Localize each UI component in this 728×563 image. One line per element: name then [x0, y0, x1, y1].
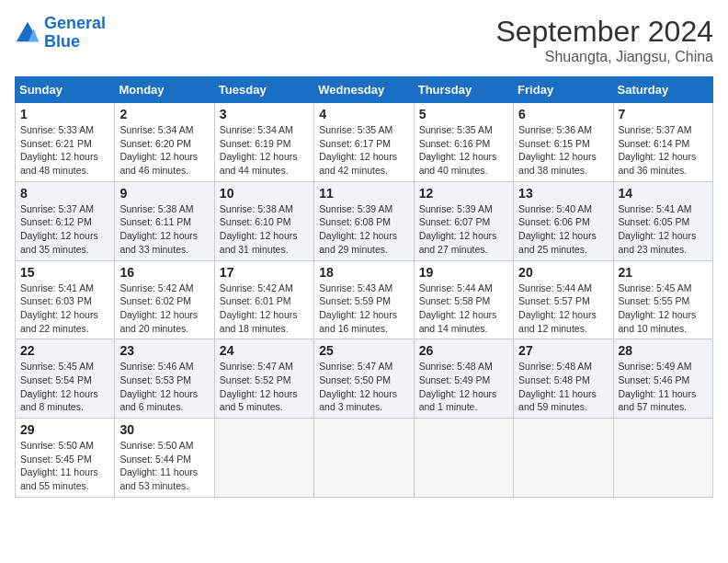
day-cell: 23Sunrise: 5:46 AM Sunset: 5:53 PM Dayli… — [115, 339, 214, 419]
day-info: Sunrise: 5:37 AM Sunset: 6:12 PM Dayligh… — [20, 202, 109, 257]
day-info: Sunrise: 5:34 AM Sunset: 6:19 PM Dayligh… — [220, 123, 309, 178]
day-cell: 15Sunrise: 5:41 AM Sunset: 6:03 PM Dayli… — [16, 260, 115, 339]
header-row: SundayMondayTuesdayWednesdayThursdayFrid… — [16, 77, 713, 103]
col-header-saturday: Saturday — [613, 77, 712, 103]
day-info: Sunrise: 5:47 AM Sunset: 5:50 PM Dayligh… — [319, 360, 408, 414]
day-cell — [314, 419, 414, 498]
day-info: Sunrise: 5:44 AM Sunset: 5:58 PM Dayligh… — [419, 282, 508, 336]
day-info: Sunrise: 5:48 AM Sunset: 5:49 PM Dayligh… — [419, 360, 508, 414]
day-number: 15 — [20, 265, 109, 280]
day-number: 8 — [20, 186, 109, 201]
day-info: Sunrise: 5:47 AM Sunset: 5:52 PM Dayligh… — [220, 360, 309, 414]
calendar-table: SundayMondayTuesdayWednesdayThursdayFrid… — [15, 76, 713, 498]
day-info: Sunrise: 5:35 AM Sunset: 6:16 PM Dayligh… — [419, 123, 508, 178]
day-cell: 22Sunrise: 5:45 AM Sunset: 5:54 PM Dayli… — [16, 339, 115, 419]
col-header-sunday: Sunday — [16, 77, 115, 103]
day-number: 11 — [319, 186, 408, 201]
day-cell: 11Sunrise: 5:39 AM Sunset: 6:08 PM Dayli… — [314, 181, 414, 260]
day-cell: 19Sunrise: 5:44 AM Sunset: 5:58 PM Dayli… — [414, 260, 513, 339]
day-cell: 27Sunrise: 5:48 AM Sunset: 5:48 PM Dayli… — [514, 339, 613, 419]
week-row-2: 15Sunrise: 5:41 AM Sunset: 6:03 PM Dayli… — [16, 260, 713, 339]
day-info: Sunrise: 5:39 AM Sunset: 6:08 PM Dayligh… — [319, 202, 408, 257]
day-number: 2 — [119, 107, 209, 121]
day-cell — [414, 419, 513, 498]
logo-icon — [15, 20, 40, 46]
day-number: 5 — [419, 107, 508, 121]
day-cell: 14Sunrise: 5:41 AM Sunset: 6:05 PM Dayli… — [613, 181, 712, 260]
day-number: 1 — [20, 107, 109, 121]
day-number: 21 — [619, 265, 708, 280]
day-cell: 29Sunrise: 5:50 AM Sunset: 5:45 PM Dayli… — [16, 419, 115, 498]
day-info: Sunrise: 5:37 AM Sunset: 6:14 PM Dayligh… — [619, 123, 708, 178]
day-info: Sunrise: 5:33 AM Sunset: 6:21 PM Dayligh… — [20, 123, 109, 178]
day-cell: 2Sunrise: 5:34 AM Sunset: 6:20 PM Daylig… — [115, 103, 214, 182]
day-info: Sunrise: 5:42 AM Sunset: 6:01 PM Dayligh… — [220, 282, 309, 336]
day-info: Sunrise: 5:50 AM Sunset: 5:45 PM Dayligh… — [20, 439, 109, 493]
day-number: 22 — [20, 343, 109, 358]
day-cell: 24Sunrise: 5:47 AM Sunset: 5:52 PM Dayli… — [214, 339, 313, 419]
day-number: 27 — [518, 343, 608, 358]
day-cell: 10Sunrise: 5:38 AM Sunset: 6:10 PM Dayli… — [214, 181, 313, 260]
day-cell: 13Sunrise: 5:40 AM Sunset: 6:06 PM Dayli… — [514, 181, 613, 260]
week-row-4: 29Sunrise: 5:50 AM Sunset: 5:45 PM Dayli… — [16, 419, 713, 498]
week-row-0: 1Sunrise: 5:33 AM Sunset: 6:21 PM Daylig… — [16, 103, 713, 182]
col-header-wednesday: Wednesday — [314, 77, 414, 103]
day-number: 12 — [419, 186, 508, 201]
day-info: Sunrise: 5:36 AM Sunset: 6:15 PM Dayligh… — [518, 123, 608, 178]
day-number: 4 — [319, 107, 408, 121]
day-number: 9 — [119, 186, 209, 201]
day-cell: 8Sunrise: 5:37 AM Sunset: 6:12 PM Daylig… — [16, 181, 115, 260]
day-number: 20 — [518, 265, 608, 280]
day-number: 23 — [119, 343, 209, 358]
col-header-tuesday: Tuesday — [214, 77, 313, 103]
day-info: Sunrise: 5:38 AM Sunset: 6:11 PM Dayligh… — [119, 202, 209, 257]
day-cell: 20Sunrise: 5:44 AM Sunset: 5:57 PM Dayli… — [514, 260, 613, 339]
day-info: Sunrise: 5:35 AM Sunset: 6:17 PM Dayligh… — [319, 123, 408, 178]
day-info: Sunrise: 5:45 AM Sunset: 5:55 PM Dayligh… — [619, 282, 708, 336]
header: General Blue September 2024 Shuangta, Ji… — [15, 15, 713, 65]
day-cell: 17Sunrise: 5:42 AM Sunset: 6:01 PM Dayli… — [214, 260, 313, 339]
day-cell: 21Sunrise: 5:45 AM Sunset: 5:55 PM Dayli… — [613, 260, 712, 339]
day-info: Sunrise: 5:39 AM Sunset: 6:07 PM Dayligh… — [419, 202, 508, 257]
day-cell — [214, 419, 313, 498]
day-number: 24 — [220, 343, 309, 358]
day-cell — [514, 419, 613, 498]
day-number: 18 — [319, 265, 408, 280]
month-title: September 2024 — [495, 15, 713, 49]
col-header-friday: Friday — [514, 77, 613, 103]
day-number: 16 — [119, 265, 209, 280]
day-cell: 9Sunrise: 5:38 AM Sunset: 6:11 PM Daylig… — [115, 181, 214, 260]
day-number: 26 — [419, 343, 508, 358]
day-number: 30 — [119, 422, 209, 437]
day-number: 17 — [220, 265, 309, 280]
day-cell: 25Sunrise: 5:47 AM Sunset: 5:50 PM Dayli… — [314, 339, 414, 419]
day-cell: 5Sunrise: 5:35 AM Sunset: 6:16 PM Daylig… — [414, 103, 513, 182]
day-info: Sunrise: 5:42 AM Sunset: 6:02 PM Dayligh… — [119, 282, 209, 336]
day-cell: 26Sunrise: 5:48 AM Sunset: 5:49 PM Dayli… — [414, 339, 513, 419]
day-info: Sunrise: 5:49 AM Sunset: 5:46 PM Dayligh… — [619, 360, 708, 414]
day-info: Sunrise: 5:50 AM Sunset: 5:44 PM Dayligh… — [119, 439, 209, 493]
day-cell: 7Sunrise: 5:37 AM Sunset: 6:14 PM Daylig… — [613, 103, 712, 182]
day-info: Sunrise: 5:38 AM Sunset: 6:10 PM Dayligh… — [220, 202, 309, 257]
day-number: 3 — [220, 107, 309, 121]
logo-text-line2: Blue — [44, 33, 106, 52]
title-area: September 2024 Shuangta, Jiangsu, China — [495, 15, 713, 65]
day-cell: 12Sunrise: 5:39 AM Sunset: 6:07 PM Dayli… — [414, 181, 513, 260]
day-cell: 18Sunrise: 5:43 AM Sunset: 5:59 PM Dayli… — [314, 260, 414, 339]
day-cell — [613, 419, 712, 498]
logo-text-line1: General — [44, 15, 106, 33]
day-info: Sunrise: 5:46 AM Sunset: 5:53 PM Dayligh… — [119, 360, 209, 414]
logo: General Blue — [15, 15, 106, 52]
day-info: Sunrise: 5:40 AM Sunset: 6:06 PM Dayligh… — [518, 202, 608, 257]
day-cell: 3Sunrise: 5:34 AM Sunset: 6:19 PM Daylig… — [214, 103, 313, 182]
day-cell: 4Sunrise: 5:35 AM Sunset: 6:17 PM Daylig… — [314, 103, 414, 182]
day-info: Sunrise: 5:43 AM Sunset: 5:59 PM Dayligh… — [319, 282, 408, 336]
day-number: 7 — [619, 107, 708, 121]
day-number: 10 — [220, 186, 309, 201]
day-cell: 30Sunrise: 5:50 AM Sunset: 5:44 PM Dayli… — [115, 419, 214, 498]
day-number: 14 — [619, 186, 708, 201]
day-cell: 16Sunrise: 5:42 AM Sunset: 6:02 PM Dayli… — [115, 260, 214, 339]
day-cell: 1Sunrise: 5:33 AM Sunset: 6:21 PM Daylig… — [16, 103, 115, 182]
day-info: Sunrise: 5:41 AM Sunset: 6:03 PM Dayligh… — [20, 282, 109, 336]
col-header-thursday: Thursday — [414, 77, 513, 103]
